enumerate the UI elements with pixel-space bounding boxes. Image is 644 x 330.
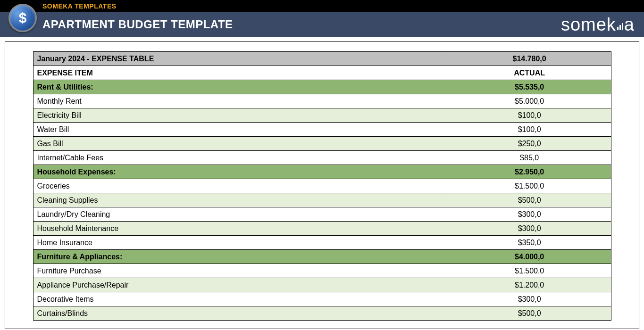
item-label[interactable]: Water Bill — [33, 123, 448, 137]
table-row: Internet/Cable Fees$85,0 — [33, 151, 611, 165]
category-subtotal: $5.535,0 — [448, 80, 611, 94]
item-actual[interactable]: $300,0 — [448, 207, 611, 222]
category-name: Household Expenses: — [33, 165, 448, 179]
category-subtotal: $2.950,0 — [448, 165, 611, 179]
table-row: Monthly Rent$5.000,0 — [33, 94, 611, 108]
bar-chart-icon — [617, 23, 623, 30]
item-label[interactable]: Laundry/Dry Cleaning — [33, 207, 448, 222]
item-actual[interactable]: $1.500,0 — [448, 264, 611, 278]
table-row: Appliance Purchase/Repair$1.200,0 — [33, 278, 611, 292]
sheet-container: January 2024 - EXPENSE TABLE $14.780,0 E… — [5, 41, 639, 329]
item-actual[interactable]: $500,0 — [448, 193, 611, 207]
item-label[interactable]: Furniture Purchase — [33, 264, 448, 278]
someka-logo: somek a — [561, 15, 635, 35]
item-actual[interactable]: $1.200,0 — [448, 278, 611, 292]
category-row: Rent & Utilities: $5.535,0 — [33, 80, 611, 94]
item-label[interactable]: Appliance Purchase/Repair — [33, 278, 448, 292]
table-row: Gas Bill$250,0 — [33, 137, 611, 151]
item-actual[interactable]: $300,0 — [448, 222, 611, 236]
item-label[interactable]: Decorative Items — [33, 292, 448, 306]
table-row: Laundry/Dry Cleaning$300,0 — [33, 207, 611, 222]
table-row: Curtains/Blinds$500,0 — [33, 306, 611, 321]
brand-text: SOMEKA TEMPLATES — [42, 2, 117, 10]
table-row: Home Insurance$350,0 — [33, 236, 611, 250]
logo-text: somek — [561, 15, 616, 35]
item-actual[interactable]: $5.000,0 — [448, 94, 611, 108]
item-actual[interactable]: $500,0 — [448, 306, 611, 321]
item-actual[interactable]: $350,0 — [448, 236, 611, 250]
category-row: Household Expenses: $2.950,0 — [33, 165, 611, 179]
logo-text-end: a — [624, 15, 635, 35]
table-row: Water Bill$100,0 — [33, 123, 611, 137]
col-actual-header: ACTUAL — [448, 66, 611, 80]
expense-table: January 2024 - EXPENSE TABLE $14.780,0 E… — [33, 51, 611, 321]
category-row: Furniture & Appliances: $4.000,0 — [33, 250, 611, 264]
item-label[interactable]: Cleaning Supplies — [33, 193, 448, 207]
item-actual[interactable]: $300,0 — [448, 292, 611, 306]
col-item-header: EXPENSE ITEM — [33, 66, 448, 80]
item-label[interactable]: Curtains/Blinds — [33, 306, 448, 321]
dollar-coin-icon: $ — [8, 4, 37, 32]
category-name: Rent & Utilities: — [33, 80, 448, 94]
category-name: Furniture & Appliances: — [33, 250, 448, 264]
table-title: January 2024 - EXPENSE TABLE — [33, 52, 448, 66]
item-actual[interactable]: $1.500,0 — [448, 179, 611, 193]
item-label[interactable]: Internet/Cable Fees — [33, 151, 448, 165]
item-actual[interactable]: $250,0 — [448, 137, 611, 151]
table-row: Cleaning Supplies$500,0 — [33, 193, 611, 207]
item-label[interactable]: Home Insurance — [33, 236, 448, 250]
table-title-row: January 2024 - EXPENSE TABLE $14.780,0 — [33, 52, 611, 66]
page-title: APARTMENT BUDGET TEMPLATE — [42, 18, 233, 31]
table-row: Household Maintenance$300,0 — [33, 222, 611, 236]
table-row: Decorative Items$300,0 — [33, 292, 611, 306]
item-label[interactable]: Monthly Rent — [33, 94, 448, 108]
table-header-row: EXPENSE ITEM ACTUAL — [33, 66, 611, 80]
item-actual[interactable]: $100,0 — [448, 108, 611, 123]
item-label[interactable]: Electricity Bill — [33, 108, 448, 123]
item-actual[interactable]: $100,0 — [448, 123, 611, 137]
item-label[interactable]: Gas Bill — [33, 137, 448, 151]
title-bar: $ APARTMENT BUDGET TEMPLATE somek a — [0, 12, 644, 37]
table-row: Furniture Purchase$1.500,0 — [33, 264, 611, 278]
table-row: Electricity Bill$100,0 — [33, 108, 611, 123]
item-actual[interactable]: $85,0 — [448, 151, 611, 165]
item-label[interactable]: Groceries — [33, 179, 448, 193]
item-label[interactable]: Household Maintenance — [33, 222, 448, 236]
brand-bar: SOMEKA TEMPLATES — [0, 0, 644, 12]
category-subtotal: $4.000,0 — [448, 250, 611, 264]
table-total: $14.780,0 — [448, 52, 611, 66]
table-row: Groceries$1.500,0 — [33, 179, 611, 193]
